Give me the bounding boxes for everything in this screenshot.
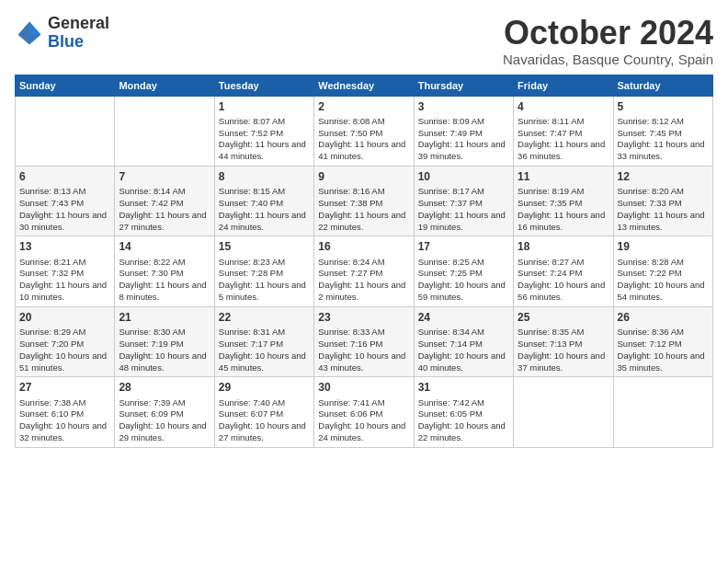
calendar-cell: 23Sunrise: 8:33 AM Sunset: 7:16 PM Dayli… — [314, 306, 414, 376]
day-info: Sunrise: 8:07 AM Sunset: 7:52 PM Dayligh… — [219, 116, 310, 163]
day-number: 22 — [219, 310, 310, 325]
logo-icon — [15, 18, 44, 48]
day-info: Sunrise: 8:27 AM Sunset: 7:24 PM Dayligh… — [518, 257, 609, 304]
calendar-cell: 4Sunrise: 8:11 AM Sunset: 7:47 PM Daylig… — [514, 96, 613, 166]
day-info: Sunrise: 7:42 AM Sunset: 6:05 PM Dayligh… — [418, 397, 509, 444]
calendar-cell: 27Sunrise: 7:38 AM Sunset: 6:10 PM Dayli… — [16, 377, 115, 447]
day-info: Sunrise: 8:30 AM Sunset: 7:19 PM Dayligh… — [119, 327, 210, 373]
day-number: 27 — [19, 380, 110, 395]
day-number: 2 — [318, 99, 409, 114]
header-day-saturday: Saturday — [613, 75, 712, 96]
day-number: 16 — [318, 239, 409, 254]
month-title: October 2024 — [503, 15, 713, 52]
svg-marker-1 — [29, 21, 40, 34]
calendar-cell: 18Sunrise: 8:27 AM Sunset: 7:24 PM Dayli… — [514, 236, 613, 306]
calendar-week-2: 6Sunrise: 8:13 AM Sunset: 7:43 PM Daylig… — [16, 167, 713, 236]
calendar-cell: 2Sunrise: 8:08 AM Sunset: 7:50 PM Daylig… — [314, 96, 414, 166]
day-number: 20 — [19, 310, 110, 325]
day-number: 4 — [518, 99, 609, 114]
day-info: Sunrise: 8:28 AM Sunset: 7:22 PM Dayligh… — [618, 257, 709, 304]
day-number: 26 — [618, 310, 709, 325]
calendar-cell: 1Sunrise: 8:07 AM Sunset: 7:52 PM Daylig… — [214, 96, 313, 166]
calendar-cell: 13Sunrise: 8:21 AM Sunset: 7:32 PM Dayli… — [16, 236, 115, 306]
calendar-cell: 12Sunrise: 8:20 AM Sunset: 7:33 PM Dayli… — [613, 167, 712, 236]
calendar-cell: 9Sunrise: 8:16 AM Sunset: 7:38 PM Daylig… — [314, 167, 414, 236]
day-number: 7 — [119, 169, 210, 184]
day-number: 5 — [618, 99, 709, 114]
day-number: 15 — [219, 239, 310, 254]
calendar-week-4: 20Sunrise: 8:29 AM Sunset: 7:20 PM Dayli… — [16, 306, 713, 376]
day-number: 14 — [119, 239, 210, 254]
day-number: 19 — [618, 239, 709, 254]
day-info: Sunrise: 8:29 AM Sunset: 7:20 PM Dayligh… — [19, 327, 110, 373]
logo-general: General — [48, 15, 109, 33]
calendar-cell: 30Sunrise: 7:41 AM Sunset: 6:06 PM Dayli… — [314, 377, 414, 447]
location-subtitle: Navaridas, Basque Country, Spain — [503, 52, 713, 67]
calendar-cell: 14Sunrise: 8:22 AM Sunset: 7:30 PM Dayli… — [115, 236, 214, 306]
day-number: 8 — [219, 169, 310, 184]
day-number: 3 — [418, 99, 509, 114]
day-number: 18 — [518, 239, 609, 254]
day-info: Sunrise: 8:20 AM Sunset: 7:33 PM Dayligh… — [618, 186, 709, 233]
day-info: Sunrise: 8:24 AM Sunset: 7:27 PM Dayligh… — [318, 257, 409, 304]
header-day-sunday: Sunday — [16, 75, 115, 96]
day-number: 10 — [418, 169, 509, 184]
day-info: Sunrise: 8:36 AM Sunset: 7:12 PM Dayligh… — [618, 327, 709, 373]
header-day-monday: Monday — [115, 75, 214, 96]
logo-blue: Blue — [48, 33, 109, 52]
logo-text: General Blue — [48, 15, 109, 52]
day-info: Sunrise: 8:14 AM Sunset: 7:42 PM Dayligh… — [119, 186, 210, 233]
day-number: 23 — [318, 310, 409, 325]
day-number: 6 — [19, 169, 110, 184]
day-info: Sunrise: 8:23 AM Sunset: 7:28 PM Dayligh… — [219, 257, 310, 304]
calendar-cell: 21Sunrise: 8:30 AM Sunset: 7:19 PM Dayli… — [115, 306, 214, 376]
calendar-cell: 28Sunrise: 7:39 AM Sunset: 6:09 PM Dayli… — [115, 377, 214, 447]
day-number: 13 — [19, 239, 110, 254]
header-day-friday: Friday — [514, 75, 613, 96]
day-info: Sunrise: 8:12 AM Sunset: 7:45 PM Dayligh… — [618, 116, 709, 163]
day-info: Sunrise: 8:09 AM Sunset: 7:49 PM Dayligh… — [418, 116, 509, 163]
calendar-week-3: 13Sunrise: 8:21 AM Sunset: 7:32 PM Dayli… — [16, 236, 713, 306]
day-number: 29 — [219, 380, 310, 395]
calendar-cell: 29Sunrise: 7:40 AM Sunset: 6:07 PM Dayli… — [214, 377, 313, 447]
calendar-cell: 31Sunrise: 7:42 AM Sunset: 6:05 PM Dayli… — [414, 377, 513, 447]
calendar-cell: 10Sunrise: 8:17 AM Sunset: 7:37 PM Dayli… — [414, 167, 513, 236]
day-number: 11 — [518, 169, 609, 184]
calendar-cell — [115, 96, 214, 166]
calendar-cell: 24Sunrise: 8:34 AM Sunset: 7:14 PM Dayli… — [414, 306, 513, 376]
day-info: Sunrise: 7:39 AM Sunset: 6:09 PM Dayligh… — [119, 397, 210, 444]
calendar-cell — [16, 96, 115, 166]
day-number: 9 — [318, 169, 409, 184]
calendar-cell: 5Sunrise: 8:12 AM Sunset: 7:45 PM Daylig… — [613, 96, 712, 166]
calendar-cell: 7Sunrise: 8:14 AM Sunset: 7:42 PM Daylig… — [115, 167, 214, 236]
calendar-week-5: 27Sunrise: 7:38 AM Sunset: 6:10 PM Dayli… — [16, 377, 713, 447]
calendar-cell: 22Sunrise: 8:31 AM Sunset: 7:17 PM Dayli… — [214, 306, 313, 376]
day-info: Sunrise: 8:35 AM Sunset: 7:13 PM Dayligh… — [518, 327, 609, 373]
title-block: October 2024 Navaridas, Basque Country, … — [503, 15, 713, 67]
day-info: Sunrise: 8:34 AM Sunset: 7:14 PM Dayligh… — [418, 327, 509, 373]
page-header: General Blue October 2024 Navaridas, Bas… — [15, 15, 713, 67]
day-info: Sunrise: 8:13 AM Sunset: 7:43 PM Dayligh… — [19, 186, 110, 233]
day-info: Sunrise: 8:11 AM Sunset: 7:47 PM Dayligh… — [518, 116, 609, 163]
calendar-table: SundayMondayTuesdayWednesdayThursdayFrid… — [15, 75, 713, 448]
day-info: Sunrise: 8:16 AM Sunset: 7:38 PM Dayligh… — [318, 186, 409, 233]
calendar-cell — [514, 377, 613, 447]
day-number: 25 — [518, 310, 609, 325]
calendar-cell: 26Sunrise: 8:36 AM Sunset: 7:12 PM Dayli… — [613, 306, 712, 376]
calendar-cell: 11Sunrise: 8:19 AM Sunset: 7:35 PM Dayli… — [514, 167, 613, 236]
day-number: 12 — [618, 169, 709, 184]
calendar-cell: 25Sunrise: 8:35 AM Sunset: 7:13 PM Dayli… — [514, 306, 613, 376]
day-number: 31 — [418, 380, 509, 395]
calendar-header: SundayMondayTuesdayWednesdayThursdayFrid… — [16, 75, 713, 96]
header-day-thursday: Thursday — [414, 75, 513, 96]
logo: General Blue — [15, 15, 109, 52]
calendar-cell: 17Sunrise: 8:25 AM Sunset: 7:25 PM Dayli… — [414, 236, 513, 306]
day-info: Sunrise: 8:15 AM Sunset: 7:40 PM Dayligh… — [219, 186, 310, 233]
day-info: Sunrise: 7:38 AM Sunset: 6:10 PM Dayligh… — [19, 397, 110, 444]
calendar-cell: 3Sunrise: 8:09 AM Sunset: 7:49 PM Daylig… — [414, 96, 513, 166]
calendar-cell: 8Sunrise: 8:15 AM Sunset: 7:40 PM Daylig… — [214, 167, 313, 236]
day-info: Sunrise: 8:17 AM Sunset: 7:37 PM Dayligh… — [418, 186, 509, 233]
day-number: 30 — [318, 380, 409, 395]
day-number: 1 — [219, 99, 310, 114]
header-day-wednesday: Wednesday — [314, 75, 414, 96]
